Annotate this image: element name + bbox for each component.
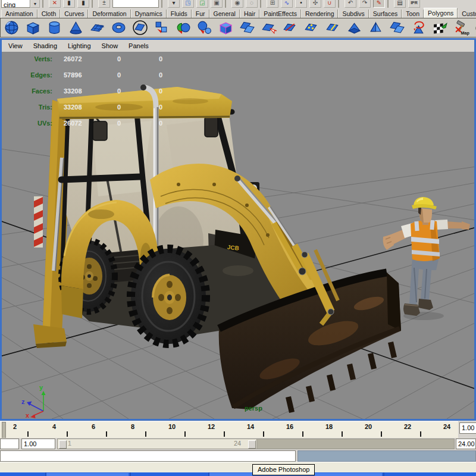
time-slider[interactable]: 24681012141618202224 bbox=[0, 421, 458, 439]
shelf-tab-custom[interactable]: Custom bbox=[458, 10, 476, 18]
shelf-tab-fur[interactable]: Fur bbox=[192, 10, 209, 18]
toolbar-grip[interactable] bbox=[338, 0, 342, 8]
ipr-render-icon[interactable]: IPR bbox=[408, 0, 420, 8]
shelf-tab-deformation[interactable]: Deformation bbox=[88, 10, 130, 18]
range-slider-groove[interactable]: 1 24 bbox=[57, 439, 455, 449]
toolbar-grip[interactable] bbox=[225, 0, 229, 8]
poly-merge-spin-icon[interactable] bbox=[411, 20, 427, 36]
snap-point-icon[interactable]: • bbox=[295, 0, 307, 8]
shelf-tab-curves[interactable]: Curves bbox=[60, 10, 88, 18]
panel-menu-panels[interactable]: Panels bbox=[123, 42, 154, 49]
panel-menu-view[interactable]: View bbox=[2, 42, 28, 49]
quick-selection-field[interactable] bbox=[112, 0, 159, 8]
shelf-tab-dynamics[interactable]: Dynamics bbox=[131, 10, 167, 18]
viewport[interactable]: JCB bbox=[2, 52, 474, 419]
poly-subdivide-icon[interactable] bbox=[239, 20, 255, 36]
shelf-tab-polygons[interactable]: Polygons bbox=[424, 8, 458, 18]
timeline-frame-20[interactable]: 20 bbox=[365, 423, 372, 430]
timeline-frame-24[interactable]: 24 bbox=[443, 423, 450, 430]
poly-append-icon[interactable] bbox=[261, 20, 277, 36]
select-component-icon[interactable]: ◲ bbox=[196, 0, 208, 8]
poly-boolean-difference-icon[interactable] bbox=[196, 20, 212, 36]
render-flag-icon[interactable] bbox=[432, 20, 448, 36]
panel-menu-show[interactable]: Show bbox=[96, 42, 124, 49]
shelf-tab-general[interactable]: General bbox=[209, 10, 240, 18]
current-frame-marker[interactable] bbox=[2, 422, 6, 439]
poly-torus-icon[interactable] bbox=[111, 20, 127, 36]
timeline-frame-6[interactable]: 6 bbox=[92, 423, 95, 430]
playback-end-field[interactable]: 24.00 bbox=[456, 439, 476, 449]
input-connections-icon[interactable]: ↶ bbox=[345, 0, 356, 8]
shelf-tab-surfaces[interactable]: Surfaces bbox=[369, 10, 402, 18]
poly-vertices-icon[interactable] bbox=[303, 20, 320, 36]
current-time-field[interactable]: 1.00 bbox=[459, 422, 476, 434]
range-start-handle[interactable] bbox=[59, 440, 67, 449]
highlight-selection-icon[interactable]: ◌ bbox=[246, 0, 258, 8]
construction-history-icon[interactable]: ✎ bbox=[373, 0, 385, 8]
shelf-tab-subdivs[interactable]: Subdivs bbox=[338, 10, 368, 18]
shelf-tab-fluids[interactable]: Fluids bbox=[167, 10, 192, 18]
snap-surface-icon[interactable]: ∪ bbox=[324, 0, 336, 8]
poly-split-icon[interactable] bbox=[282, 20, 298, 36]
output-connections-icon[interactable]: ↷ bbox=[359, 0, 371, 8]
timeline-frame-14[interactable]: 14 bbox=[247, 423, 254, 430]
new-scene-icon[interactable]: ✕ bbox=[49, 0, 61, 8]
panel-menu-shading[interactable]: Shading bbox=[28, 42, 62, 49]
shelf-tab-cloth[interactable]: Cloth bbox=[37, 10, 61, 18]
timeline-frame-16[interactable]: 16 bbox=[286, 423, 293, 430]
render-current-frame-icon[interactable]: ▤ bbox=[394, 0, 406, 8]
toolbar-grip[interactable] bbox=[260, 0, 264, 8]
poly-platonic-icon[interactable] bbox=[132, 20, 148, 36]
snap-curve-icon[interactable]: ∿ bbox=[281, 0, 293, 8]
select-hierarchy-icon[interactable]: ▾ bbox=[168, 0, 180, 8]
command-line-input[interactable] bbox=[0, 450, 296, 462]
toolbar-grip[interactable] bbox=[42, 0, 46, 8]
poly-wedge-icon[interactable] bbox=[346, 20, 362, 36]
playback-range-bar[interactable]: 1 24 bbox=[58, 439, 257, 449]
undo-small-icon[interactable]: ± bbox=[98, 0, 110, 8]
snap-grid-icon[interactable]: ⊞ bbox=[267, 0, 278, 8]
poly-cube-icon[interactable] bbox=[25, 20, 41, 36]
shelf-tab-rendering[interactable]: Rendering bbox=[301, 10, 338, 18]
toolbar-grip[interactable] bbox=[387, 0, 392, 8]
animation-start-field[interactable] bbox=[0, 439, 19, 449]
poly-pyramid-icon[interactable] bbox=[368, 20, 384, 36]
timeline-frame-4[interactable]: 4 bbox=[52, 423, 56, 430]
combo-drop-icon[interactable]: ▼ bbox=[30, 0, 40, 8]
timeline-frame-2[interactable]: 2 bbox=[13, 423, 17, 430]
snap-view-icon[interactable]: ✣ bbox=[309, 0, 321, 8]
poly-edge-loop-icon[interactable] bbox=[325, 20, 341, 36]
open-scene-icon[interactable]: ▮ bbox=[63, 0, 75, 8]
shelf-tab-animation[interactable]: Animation bbox=[1, 10, 37, 18]
timeline-frame-12[interactable]: 12 bbox=[208, 423, 215, 430]
os-taskbar-edge[interactable] bbox=[0, 472, 476, 476]
poly-smooth-proxy-icon[interactable] bbox=[218, 20, 234, 36]
poly-cylinder-icon[interactable] bbox=[46, 20, 62, 36]
shelf-tab-painteffects[interactable]: PaintEffects bbox=[259, 10, 301, 18]
playback-start-field[interactable]: 1.00 bbox=[21, 439, 55, 449]
poly-pair-icon[interactable] bbox=[389, 20, 405, 36]
range-end-handle[interactable] bbox=[248, 440, 256, 449]
toolbar-grip[interactable] bbox=[92, 0, 96, 8]
timeline-frame-18[interactable]: 18 bbox=[325, 423, 333, 430]
timeline-frame-10[interactable]: 10 bbox=[168, 423, 176, 430]
delete-uv-map-icon[interactable]: Map bbox=[453, 20, 469, 36]
poly-plane-icon[interactable] bbox=[89, 20, 105, 36]
poly-cone-icon[interactable] bbox=[68, 20, 84, 36]
poly-sphere-icon[interactable] bbox=[4, 20, 20, 36]
select-mask-icon[interactable]: ▣ bbox=[211, 0, 223, 8]
panel-menu-lighting[interactable]: Lighting bbox=[62, 42, 96, 49]
timeline-frame-8[interactable]: 8 bbox=[131, 423, 134, 430]
timeline-frame-22[interactable]: 22 bbox=[404, 423, 411, 430]
taskbar-button[interactable] bbox=[46, 473, 129, 476]
poly-combine-icon[interactable] bbox=[154, 20, 170, 36]
menu-set-combo[interactable]: cing▼ bbox=[1, 0, 40, 8]
select-object-icon[interactable]: ◳ bbox=[182, 0, 194, 8]
shelf-tab-toon[interactable]: Toon bbox=[402, 10, 424, 18]
save-scene-icon[interactable]: ▮ bbox=[77, 0, 89, 8]
hud-row-verts: Verts: 26072 0 0 bbox=[2, 55, 180, 71]
poly-boolean-union-icon[interactable] bbox=[175, 20, 191, 36]
lock-selection-icon[interactable]: ◉ bbox=[231, 0, 243, 8]
toolbar-grip[interactable] bbox=[161, 0, 165, 8]
shelf-tab-hair[interactable]: Hair bbox=[240, 10, 259, 18]
